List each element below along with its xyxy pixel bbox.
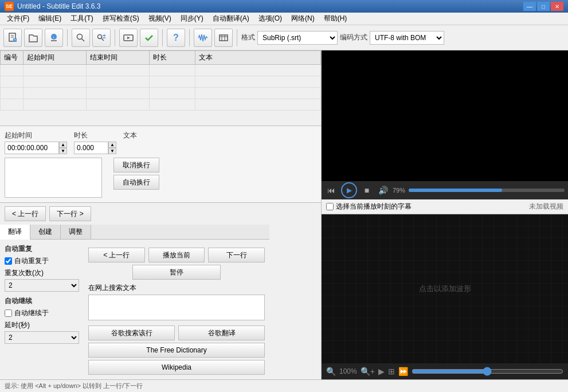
vsub-forward[interactable]: ⏩ <box>398 367 408 376</box>
repeat-count-row: 重复次数(次) 2 <box>5 268 79 292</box>
vsub-zoom-in[interactable]: 🔍+ <box>361 367 375 376</box>
minimize-button[interactable]: — <box>523 2 536 11</box>
video-area <box>322 50 568 181</box>
vsub-placeholder: 点击以添加波形 <box>419 284 471 294</box>
search-button[interactable] <box>72 29 90 47</box>
duration-wrapper: ▲ ▼ <box>74 142 116 154</box>
start-time-up[interactable]: ▲ <box>59 142 67 148</box>
format-label: 格式 <box>241 33 255 42</box>
table-row[interactable] <box>1 76 321 88</box>
right-panel: ⏮ ▶ ■ 🔊 79% 选择当前播放时刻的字幕 未加载视频 <box>322 50 568 379</box>
waveform-button[interactable] <box>194 29 212 47</box>
table-row[interactable] <box>1 88 321 99</box>
col-header-text: 文本 <box>195 51 321 65</box>
google-trans-btn[interactable]: 谷歌翻译 <box>178 326 265 340</box>
cancel-wrap-button[interactable]: 取消换行 <box>113 158 159 173</box>
menu-options[interactable]: 选项(O) <box>254 13 287 25</box>
vsub-play[interactable]: ▶ <box>378 367 385 376</box>
menu-video[interactable]: 视频(V) <box>144 13 176 25</box>
col-header-end: 结束时间 <box>87 51 150 65</box>
encoding-label: 编码方式 <box>340 33 367 42</box>
table-row[interactable] <box>1 65 321 76</box>
menu-file[interactable]: 文件(F) <box>2 13 34 25</box>
menu-sync[interactable]: 同步(Y) <box>176 13 208 25</box>
vc-progress[interactable] <box>409 189 565 192</box>
vsub-scene[interactable]: ⊞ <box>388 367 395 376</box>
repeat-count-select[interactable]: 2 <box>5 279 79 292</box>
tab-create[interactable]: 创建 <box>30 225 61 239</box>
wikipedia-btn[interactable]: Wikipedia <box>88 360 265 375</box>
google-search-btn[interactable]: 谷歌搜索该行 <box>88 326 175 340</box>
menu-tools[interactable]: 工具(T) <box>66 13 97 25</box>
video-import-button[interactable] <box>119 29 138 47</box>
duration-spin: ▲ ▼ <box>108 142 116 154</box>
prev-line-btn2[interactable]: < 上一行 <box>88 248 145 262</box>
tab-translate[interactable]: 翻译 <box>0 225 30 240</box>
next-line-btn2[interactable]: 下一行 <box>208 248 265 262</box>
tab-header: 翻译 创建 调整 <box>0 225 269 240</box>
menu-edit[interactable]: 编辑(E) <box>34 13 66 25</box>
menu-autotrans[interactable]: 自动翻译(A) <box>208 13 254 25</box>
repeat-count-label: 重复次数(次) <box>5 268 79 278</box>
vsub-checkbox[interactable] <box>326 203 334 210</box>
text-edit[interactable] <box>5 158 102 198</box>
menu-network[interactable]: 网络(N) <box>287 13 319 25</box>
menu-bar: 文件(F) 编辑(E) 工具(T) 拼写检查(S) 视频(V) 同步(Y) 自动… <box>0 13 568 25</box>
duration-down[interactable]: ▼ <box>108 148 116 154</box>
open-button[interactable] <box>24 29 42 47</box>
maximize-button[interactable]: □ <box>537 2 550 11</box>
separator-3 <box>162 29 163 46</box>
menu-help[interactable]: 帮助(H) <box>319 13 352 25</box>
replace-button[interactable] <box>92 29 111 47</box>
download-button[interactable]: ↓ <box>45 29 63 47</box>
vc-stop[interactable]: ■ <box>361 184 373 197</box>
title-bar: SE Untitled - Subtitle Edit 3.6.3 — □ ✕ <box>0 0 568 13</box>
check-button[interactable] <box>140 29 158 47</box>
menu-spellcheck[interactable]: 拼写检查(S) <box>98 13 144 25</box>
search-section: 在网上搜索文本 谷歌搜索该行 谷歌翻译 The Free Dictionary … <box>88 283 265 375</box>
encoding-select[interactable]: UTF-8 with BOM <box>370 31 444 45</box>
video-button[interactable] <box>214 29 233 47</box>
new-button[interactable]: + <box>3 29 22 47</box>
next-line-button[interactable]: 下一行 > <box>49 206 91 221</box>
table-row[interactable] <box>1 99 321 111</box>
vsub-title: 选择当前播放时刻的字幕 <box>326 202 412 211</box>
free-dict-btn[interactable]: The Free Dictionary <box>88 343 265 358</box>
play-current-btn[interactable]: 播放当前 <box>148 248 205 262</box>
search-text-input[interactable] <box>88 295 265 320</box>
duration-input[interactable] <box>74 142 108 154</box>
delay-select[interactable]: 2 <box>5 331 79 344</box>
edit-area: 起始时间 ▲ ▼ 时长 ▲ ▼ <box>0 126 321 203</box>
video-sub-panel: 选择当前播放时刻的字幕 未加载视频 点击以添加波形 🔍 1 <box>322 199 568 379</box>
vc-back[interactable]: ⏮ <box>325 184 338 197</box>
delay-label: 延时(秒) <box>5 320 79 330</box>
pause-btn[interactable]: 暂停 <box>132 265 221 280</box>
auto-wrap-button[interactable]: 自动换行 <box>113 175 159 190</box>
close-button[interactable]: ✕ <box>551 2 563 11</box>
duration-up[interactable]: ▲ <box>108 142 116 148</box>
duration-label: 时长 <box>74 131 116 140</box>
start-time-input[interactable] <box>5 142 59 154</box>
svg-point-8 <box>77 34 83 39</box>
vsub-slider[interactable] <box>412 367 563 376</box>
window-title: Untitled - Subtitle Edit 3.6.3 <box>17 2 100 10</box>
continue-checkbox-row: 自动继续于 <box>5 308 79 318</box>
continue-checkbox[interactable] <box>5 309 12 317</box>
vsub-video[interactable]: 点击以添加波形 <box>322 214 568 363</box>
vc-vol[interactable]: 🔊 <box>377 184 389 197</box>
nav-buttons: < 上一行 下一行 > <box>0 203 321 225</box>
vsub-controls: 🔍 100% 🔍+ ▶ ⊞ ⏩ <box>322 363 568 379</box>
repeat-checkbox[interactable] <box>5 257 12 265</box>
tab-adjust[interactable]: 调整 <box>61 225 91 239</box>
vsub-zoom-level: 100% <box>339 367 357 375</box>
repeat-label: 自动重复 <box>5 244 79 254</box>
vc-play[interactable]: ▶ <box>341 182 357 198</box>
svg-rect-14 <box>220 35 228 41</box>
help-button[interactable]: ? <box>167 29 185 47</box>
right-col: < 上一行 播放当前 下一行 暂停 在网上搜索文本 谷歌搜索该行 <box>88 244 265 375</box>
delay-row: 延时(秒) 2 <box>5 320 79 344</box>
prev-line-button[interactable]: < 上一行 <box>5 206 46 221</box>
format-select[interactable]: SubRip (.srt) <box>257 31 338 45</box>
start-time-down[interactable]: ▼ <box>59 148 67 154</box>
vsub-zoom-out[interactable]: 🔍 <box>326 367 336 376</box>
